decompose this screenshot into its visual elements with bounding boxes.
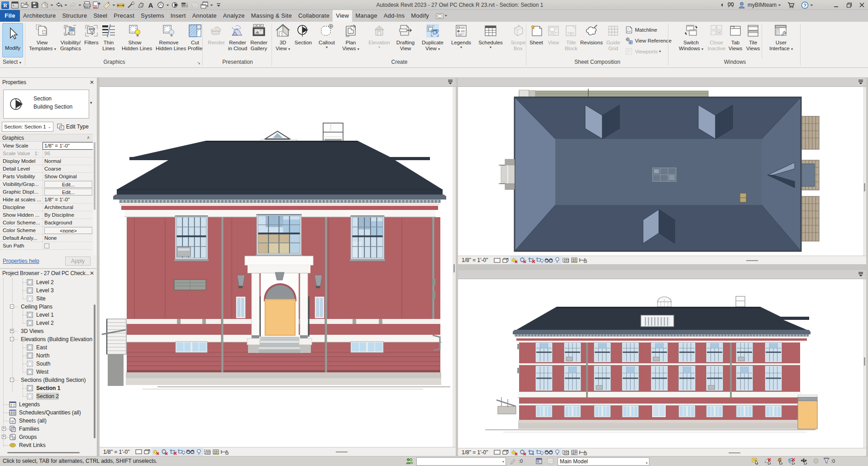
tree-item-level-1[interactable]: Level 1 [0, 311, 93, 319]
ribbon-tab-annotate[interactable]: Annotate [189, 10, 220, 22]
measure-icon[interactable] [102, 0, 112, 10]
analytical-model-icon[interactable] [570, 448, 579, 456]
ribbon-button-matchline[interactable]: Matchline [625, 26, 657, 34]
app-store-cart-icon[interactable] [786, 0, 796, 10]
property-value[interactable]: By Discipline [43, 211, 93, 219]
ribbon-button-view-templates[interactable]: ViewTemplates ▾ [29, 24, 55, 52]
redo-dropdown[interactable] [78, 0, 82, 10]
expand-icon[interactable]: + [10, 329, 14, 333]
tree-item-section-1[interactable]: Section 1 [0, 384, 93, 392]
tag-icon[interactable]: 1 [136, 0, 146, 10]
visual-style-icon[interactable] [501, 448, 510, 456]
viewport-vscrollbar[interactable] [863, 279, 866, 448]
sun-path-icon[interactable] [510, 448, 519, 456]
graphics-group-header[interactable]: Graphics˄ [0, 134, 93, 142]
visual-style-icon[interactable] [501, 256, 510, 264]
ribbon-tab-massing-site[interactable]: Massing & Site [248, 10, 295, 22]
view-canvas-section-1[interactable] [100, 87, 456, 447]
ribbon-button-switch-windows[interactable]: SwitchWindows ▾ [678, 24, 704, 52]
window[interactable] [736, 366, 753, 391]
viewport-roof-plan[interactable]: 1/8" = 1'-0" [458, 78, 866, 264]
temporary-view-properties-icon[interactable] [562, 256, 570, 264]
select-links-toggle[interactable] [751, 457, 759, 466]
viewport-vscrollbar[interactable] [453, 87, 456, 447]
ribbon-tab-collaborate[interactable]: Collaborate [295, 10, 333, 22]
window[interactable] [622, 342, 639, 362]
window[interactable] [651, 342, 668, 362]
shadows-icon[interactable] [160, 448, 169, 456]
temporary-view-properties-icon[interactable] [203, 448, 212, 456]
undo-icon[interactable] [54, 0, 64, 10]
window[interactable] [651, 366, 668, 391]
edit-type-button[interactable]: Edit Type [57, 122, 89, 132]
temporary-hide-isolate-icon[interactable] [186, 448, 195, 456]
tree-item-schedules-quantities-all-[interactable]: Schedules/Quantities (all) [0, 409, 93, 417]
window[interactable] [536, 342, 553, 362]
design-options-pick-icon[interactable] [547, 457, 555, 466]
view-canvas-roof-plan[interactable] [458, 87, 866, 256]
property-value[interactable]: 1/8" = 1'-0" [43, 142, 93, 150]
analytical-model-icon[interactable] [570, 256, 579, 264]
analytical-model-icon[interactable] [212, 448, 220, 456]
select-pinned-toggle[interactable] [776, 457, 784, 466]
window[interactable] [350, 216, 385, 261]
tree-item-3d-views[interactable]: +3D Views [0, 327, 93, 335]
basement-window[interactable] [765, 405, 782, 417]
window[interactable] [256, 214, 302, 257]
view-tab-menu-icon[interactable] [858, 79, 863, 85]
design-option-combo[interactable]: Main Model▾ [558, 457, 649, 466]
ribbon-button-callout[interactable]: Callout▾ [314, 24, 340, 49]
basement-window[interactable] [706, 405, 723, 417]
reveal-hidden-icon[interactable] [553, 448, 562, 456]
viewport-hscrollbar[interactable] [336, 452, 348, 452]
viewport-section-1[interactable]: 1/8" = 1'-0" [100, 78, 456, 456]
ribbon-tab-steel[interactable]: Steel [90, 10, 110, 22]
close-button[interactable] [855, 0, 868, 10]
ribbon-tab-architecture[interactable]: Architecture [20, 10, 59, 22]
default-3d-view-icon[interactable] [156, 0, 166, 10]
panel-dialog-launcher-icon[interactable]: ↘ [197, 61, 200, 65]
default-3d-view-dropdown[interactable] [166, 0, 170, 10]
background-processes-icon[interactable] [812, 457, 820, 466]
ribbon-button-legends[interactable]: Legends▾ [448, 24, 474, 49]
ribbon-tab-structure[interactable]: Structure [59, 10, 90, 22]
basement-window[interactable] [594, 405, 610, 417]
temporary-hide-isolate-icon[interactable] [544, 448, 553, 456]
search-icon[interactable] [727, 0, 737, 10]
window[interactable] [706, 342, 723, 362]
window[interactable] [174, 216, 209, 261]
editable-only-icon[interactable] [510, 457, 518, 466]
crop-view-icon[interactable] [527, 448, 536, 456]
type-selector-dropdown[interactable]: ▾ [90, 100, 92, 105]
basement-window[interactable] [536, 405, 552, 417]
text-icon[interactable]: A [146, 0, 156, 10]
ribbon-button-view-reference[interactable]: View Reference [625, 37, 672, 45]
property-value[interactable]: 1/8" = 1'-0" [43, 196, 93, 204]
open-folder-icon[interactable] [20, 0, 30, 10]
property-value[interactable] [43, 242, 93, 250]
home-3d-dropdown[interactable] [50, 0, 54, 10]
window[interactable] [622, 366, 639, 391]
qat-customize-icon[interactable] [214, 0, 224, 10]
ribbon-button-elevation[interactable]: Elevation▾ [366, 24, 392, 49]
property-value[interactable]: Edit... [43, 188, 93, 196]
view-scale[interactable]: 1/8" = 1'-0" [462, 449, 488, 456]
detail-level-icon[interactable] [134, 448, 143, 456]
measure-dropdown[interactable] [112, 0, 116, 10]
worksets-combo[interactable]: ▾ [416, 457, 506, 466]
window[interactable] [594, 342, 611, 362]
sun-path-icon[interactable] [152, 448, 160, 456]
window[interactable] [765, 342, 782, 362]
properties-close-icon[interactable]: ✕ [90, 78, 94, 87]
tree-item-north[interactable]: North [0, 352, 93, 360]
help-icon[interactable]: ? [800, 0, 810, 10]
window[interactable] [564, 366, 581, 391]
section-marker-icon[interactable] [170, 0, 180, 10]
tree-item-level-3[interactable]: Level 3 [0, 286, 93, 295]
property-value[interactable]: Normal [43, 157, 93, 165]
viewport-hscrollbar[interactable] [746, 260, 758, 261]
basement-window[interactable] [736, 405, 753, 417]
ribbon-tab-modify[interactable]: Modify [408, 10, 432, 22]
switch-windows-qat-icon[interactable] [200, 0, 210, 10]
basement-window[interactable] [679, 405, 695, 417]
